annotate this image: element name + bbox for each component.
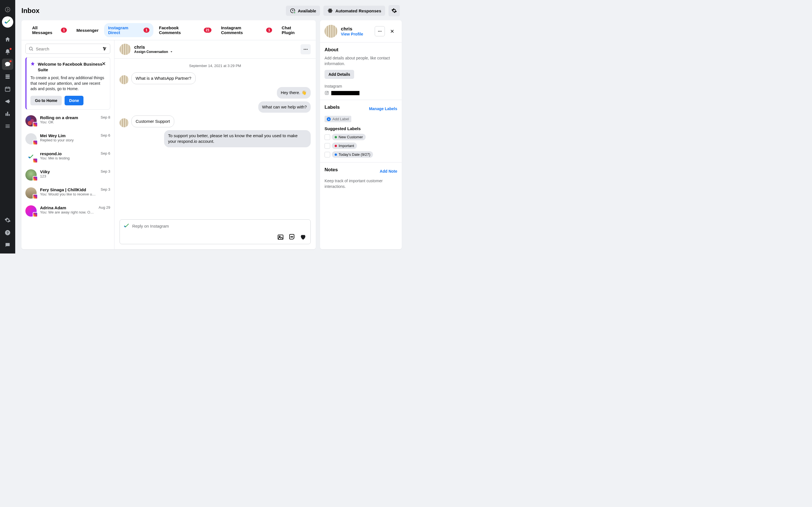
label-chip[interactable]: New Customer: [332, 134, 366, 140]
about-subtitle: Add details about people, like contact i…: [324, 55, 397, 66]
tab-instagram-direct[interactable]: Instagram Direct 1: [104, 23, 153, 37]
message-row: Customer Support: [119, 115, 311, 127]
conversation-date: Sep 3: [101, 169, 110, 173]
conversation-name: Fery Sinaga | ChillKidd: [40, 187, 97, 192]
message-row: Hey there. 👋: [119, 87, 311, 98]
tab-badge: 1: [266, 27, 272, 33]
suggested-labels-title: Suggested Labels: [324, 126, 397, 131]
chat-header: chris Assign Conversation: [114, 40, 316, 59]
add-details-button[interactable]: Add Details: [324, 70, 354, 79]
automated-responses-label: Automated Responses: [335, 8, 381, 13]
svg-text:?: ?: [6, 231, 9, 235]
nav-anthropic-logo[interactable]: [2, 4, 13, 15]
search-input[interactable]: [36, 47, 100, 51]
view-profile-link[interactable]: View Profile: [341, 32, 363, 36]
filter-icon[interactable]: [102, 46, 107, 51]
tab-all-messages[interactable]: All Messages 1: [28, 23, 71, 37]
done-button[interactable]: Done: [64, 96, 84, 105]
chat-body: September 14, 2021 at 3:29 PM What is a …: [114, 59, 316, 216]
label-chip[interactable]: Today's Date (9/27): [332, 151, 373, 158]
label-checkbox[interactable]: [324, 143, 330, 149]
tab-chat-plugin[interactable]: Chat Plugin: [278, 23, 309, 37]
tab-facebook-comments[interactable]: Facebook Comments 21: [155, 23, 215, 37]
nav-calendar[interactable]: [2, 83, 13, 95]
label-checkbox[interactable]: [324, 152, 330, 158]
instagram-badge-icon: [33, 176, 38, 181]
nav-notifications[interactable]: [2, 46, 13, 57]
message-bubble: To support you better, please let us kno…: [164, 130, 311, 147]
tab-label: Facebook Comments: [159, 25, 202, 35]
nav-feedback[interactable]: [2, 239, 13, 251]
chat-more-button[interactable]: [301, 44, 311, 54]
svg-point-22: [379, 31, 380, 32]
tab-badge: 21: [204, 27, 211, 33]
svg-point-18: [291, 237, 291, 237]
search-box[interactable]: [26, 44, 110, 54]
profile-more-button[interactable]: [375, 26, 385, 36]
label-chip[interactable]: Important: [332, 143, 357, 149]
nav-settings[interactable]: [2, 215, 13, 226]
nav-help[interactable]: ?: [2, 227, 13, 238]
tab-label: Instagram Comments: [221, 25, 264, 35]
conversation-item[interactable]: Viiky 123 Sep 3: [21, 166, 114, 184]
nav-insights[interactable]: [2, 108, 13, 119]
compose-box[interactable]: Reply on Instagram: [119, 219, 311, 244]
nav-inbox[interactable]: [2, 59, 13, 70]
svg-point-21: [378, 31, 379, 32]
svg-point-12: [104, 49, 105, 50]
svg-point-11: [105, 48, 105, 49]
atom-icon: [327, 8, 333, 13]
heart-icon[interactable]: [300, 234, 306, 240]
nav-app-logo[interactable]: [2, 16, 13, 27]
saved-reply-icon[interactable]: [289, 234, 295, 240]
svg-point-0: [5, 7, 10, 12]
add-label-button[interactable]: + Add Label: [324, 116, 351, 122]
close-icon[interactable]: [101, 61, 106, 67]
go-home-button[interactable]: Go to Home: [31, 96, 62, 105]
search-icon: [29, 46, 34, 51]
manage-labels-link[interactable]: Manage Labels: [369, 107, 397, 111]
tab-instagram-comments[interactable]: Instagram Comments 1: [217, 23, 276, 37]
conversation-item[interactable]: Fery Sinaga | ChillKidd You: Would you l…: [21, 184, 114, 202]
inbox-panel: All Messages 1 Messenger Instagram Direc…: [21, 20, 316, 249]
profile-close-button[interactable]: [387, 26, 397, 36]
label-checkbox[interactable]: [324, 134, 330, 140]
inbox-settings-button[interactable]: [389, 5, 400, 16]
availability-toggle[interactable]: Available: [286, 6, 320, 16]
reply-placeholder: Reply on Instagram: [132, 224, 169, 228]
channel-tabs: All Messages 1 Messenger Instagram Direc…: [21, 20, 316, 40]
label-text: New Customer: [339, 135, 363, 139]
conversation-name: Viiky: [40, 169, 97, 174]
conversation-item[interactable]: respond.io You: Mei is testing Sep 6: [21, 148, 114, 166]
compose-area: Reply on Instagram: [114, 216, 316, 249]
conversation-name: Adrina Adam: [40, 205, 95, 210]
page-header: Inbox Available Automated Responses: [15, 0, 406, 20]
assign-conversation-button[interactable]: Assign Conversation: [134, 50, 173, 54]
nav-posts[interactable]: [2, 71, 13, 82]
label-color-dot: [335, 136, 337, 138]
instagram-label: Instagram: [324, 84, 397, 89]
chat-column: chris Assign Conversation September 14, …: [114, 40, 316, 249]
tab-messenger[interactable]: Messenger: [72, 25, 102, 35]
svg-point-13: [304, 49, 305, 50]
nav-ads[interactable]: [2, 96, 13, 107]
chat-avatar[interactable]: [119, 44, 131, 55]
image-icon[interactable]: [277, 234, 284, 240]
suggested-label-item: New Customer: [324, 134, 366, 140]
automated-responses-button[interactable]: Automated Responses: [323, 6, 385, 16]
instagram-icon: [324, 91, 329, 95]
profile-avatar[interactable]: [324, 25, 338, 38]
nav-home[interactable]: [2, 34, 13, 45]
conversation-snippet: Replied to your story: [40, 138, 97, 142]
conversation-item[interactable]: Adrina Adam You: We are away right now. …: [21, 202, 114, 220]
conversation-item[interactable]: Rolling on a dream You: OK Sep 8: [21, 112, 114, 130]
avatar-wrap: [26, 169, 37, 180]
add-note-link[interactable]: Add Note: [380, 169, 397, 173]
conversation-item[interactable]: Mei Wey Lim Replied to your story Sep 6: [21, 130, 114, 148]
instagram-badge-icon: [33, 194, 38, 199]
welcome-body: To create a post, find any additional th…: [31, 75, 106, 92]
close-icon: [390, 29, 395, 34]
svg-point-9: [29, 47, 33, 50]
chevron-down-icon: [170, 50, 173, 54]
nav-more-tools[interactable]: [2, 121, 13, 132]
